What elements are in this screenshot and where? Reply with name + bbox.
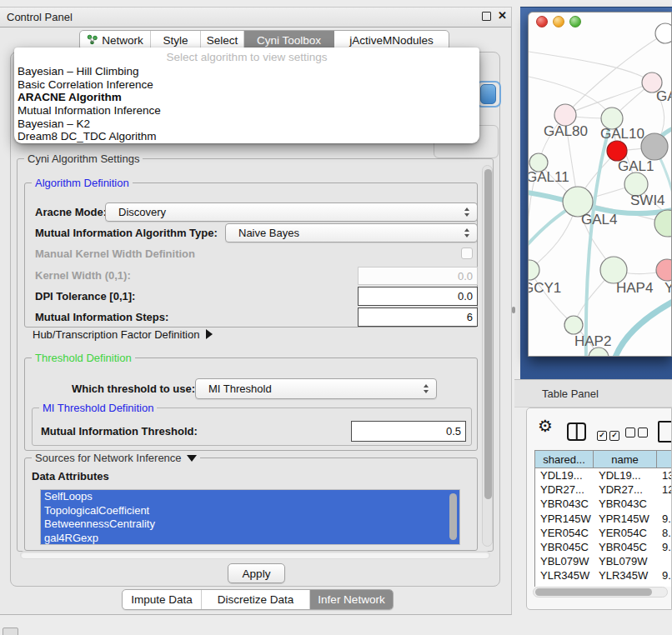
tab-label: Network: [102, 34, 143, 47]
column-header[interactable]: name: [594, 450, 657, 468]
tab-infer-network[interactable]: Infer Network: [310, 590, 393, 609]
close-traffic-light[interactable]: [536, 16, 548, 28]
algorithm-option[interactable]: Bayesian – Hill Climbing: [14, 65, 479, 78]
table-cell: 12: [657, 482, 672, 497]
scrollbar-thumb[interactable]: [535, 588, 652, 596]
algorithm-option[interactable]: Basic Correlation Inference: [14, 78, 479, 92]
minimize-traffic-light[interactable]: [553, 16, 564, 28]
mi-steps-label: Mutual Information Steps:: [35, 311, 168, 324]
columns-icon[interactable]: [567, 422, 586, 441]
table-row[interactable]: YDR27...YDR27...12: [535, 482, 672, 497]
attribute-item[interactable]: TopologicalCoefficient: [41, 504, 459, 518]
apply-button[interactable]: Apply: [228, 563, 285, 583]
tab-discretize-data[interactable]: Discretize Data: [202, 590, 310, 609]
data-attributes-list[interactable]: SelfLoopsTopologicalCoefficientBetweenne…: [40, 489, 460, 545]
control-panel-titlebar[interactable]: Control Panel ✕: [0, 7, 511, 28]
table-row[interactable]: YDL19...YDL19...13: [535, 468, 672, 482]
network-node[interactable]: [656, 259, 672, 281]
table-cell: YDL19...: [535, 468, 594, 482]
combo-arrows-icon: [464, 208, 469, 217]
settings-horizontal-scrollbar[interactable]: [20, 551, 490, 559]
sources-toggle[interactable]: Sources for Network Inference: [32, 452, 200, 464]
table-cell: YPR145W: [535, 512, 594, 526]
list-scrollbar[interactable]: [449, 493, 457, 540]
network-node[interactable]: [641, 133, 668, 160]
network-node-label: SWI4: [630, 192, 665, 208]
mi-threshold-label: Mutual Information Threshold:: [41, 425, 198, 438]
table-cell: YPR145W: [594, 512, 657, 526]
table-body: YDL19...YDL19...13YDR27...YDR27...12YBR0…: [535, 468, 672, 587]
corner-widget[interactable]: [3, 628, 18, 635]
dpi-tolerance-input[interactable]: 0.0: [358, 287, 478, 306]
algorithm-option[interactable]: ARACNE Algorithm: [14, 91, 479, 104]
attribute-item[interactable]: SelfLoops: [41, 490, 459, 504]
mi-steps-input[interactable]: 6: [358, 308, 478, 327]
expand-arrow-icon: [206, 329, 213, 339]
new-table-icon[interactable]: [658, 421, 672, 442]
mi-threshold-input[interactable]: 0.5: [351, 421, 466, 442]
network-node-label: GAL: [656, 88, 672, 104]
network-node[interactable]: [655, 23, 672, 43]
table-cell: 9.: [657, 540, 672, 554]
network-node-label: HAP4: [616, 280, 653, 296]
close-icon[interactable]: ✕: [498, 9, 507, 22]
combo-arrows-icon: [424, 384, 429, 393]
app-screen: Control Panel ✕ Network Style Select Cyn…: [0, 0, 672, 635]
cyni-bottom-tab-bar: Impute Data Discretize Data Infer Networ…: [122, 589, 394, 610]
network-node[interactable]: [564, 316, 583, 334]
column-header[interactable]: [657, 450, 672, 468]
which-threshold-select[interactable]: MI Threshold: [195, 378, 437, 399]
group-title: MI Threshold Definition: [39, 402, 157, 414]
zoom-traffic-light[interactable]: [569, 16, 581, 28]
table-horizontal-scrollbar[interactable]: [533, 587, 668, 598]
table-cell: YDR27...: [535, 482, 594, 497]
scrollbar-thumb[interactable]: [484, 169, 492, 499]
column-header[interactable]: shared...: [535, 450, 594, 468]
sources-group: Sources for Network Inference Data Attri…: [24, 458, 478, 551]
network-view-window[interactable]: GALGAL80GAL10GAL11GAL1SWI4GAL4GCY1HAP4YH…: [528, 12, 672, 357]
table-panel-titlebar[interactable]: Table Panel: [514, 379, 672, 408]
table-cell: YBL079W: [594, 554, 657, 568]
float-window-icon[interactable]: [482, 12, 491, 21]
algorithm-option[interactable]: Dream8 DC_TDC Algorithm: [14, 130, 479, 143]
table-row[interactable]: YBR043CYBR043C: [535, 497, 672, 511]
mi-algorithm-type-select[interactable]: Naive Bayes: [225, 223, 478, 242]
kernel-width-input[interactable]: 0.0: [358, 267, 478, 285]
mi-algorithm-type-label: Mutual Information Algorithm Type:: [35, 227, 218, 240]
manual-kernel-width-label: Manual Kernel Width Definition: [35, 248, 195, 261]
attribute-item[interactable]: BetweennessCentrality: [41, 518, 459, 532]
table-cell: YBR043C: [594, 497, 657, 511]
gear-icon[interactable]: ⚙: [538, 416, 553, 436]
table-cell: YBR045C: [594, 540, 657, 554]
manual-kernel-width-checkbox[interactable]: [461, 248, 473, 259]
tab-impute-data[interactable]: Impute Data: [123, 590, 202, 609]
settings-vertical-scrollbar[interactable]: [482, 165, 493, 547]
table-cell: YBL079W: [535, 554, 594, 568]
table-row[interactable]: YBL079WYBL079W: [535, 554, 672, 568]
table-row[interactable]: YBR045CYBR045C9.: [535, 540, 672, 554]
table-cell: 9.: [657, 512, 672, 526]
hub-definition-toggle[interactable]: Hub/Transcription Factor Definition: [33, 328, 213, 342]
group-title: Threshold Definition: [32, 352, 135, 364]
algorithm-combo-fragment[interactable]: [476, 81, 501, 108]
aracne-mode-select[interactable]: Discovery: [105, 202, 478, 222]
algorithm-option[interactable]: Mutual Information Inference: [14, 104, 479, 118]
dpi-tolerance-label: DPI Tolerance [0,1]:: [35, 290, 135, 303]
panel-splitter-handle[interactable]: [512, 307, 515, 313]
table-row[interactable]: YPR145WYPR145W9.: [535, 512, 672, 526]
table-cell: YDL19...: [594, 468, 657, 482]
deselect-all-checks-icon[interactable]: [625, 428, 650, 440]
algorithm-option[interactable]: Bayesian – K2: [14, 118, 479, 131]
network-canvas[interactable]: GALGAL80GAL10GAL11GAL1SWI4GAL4GCY1HAP4YH…: [529, 12, 672, 357]
which-threshold-label: Which threshold to use:: [72, 382, 195, 396]
table-cell: [657, 497, 672, 511]
network-node-label: HAP2: [574, 333, 611, 349]
table-row[interactable]: YER054CYER054C8.: [535, 526, 672, 540]
algorithm-placeholder: Select algorithm to view settings: [14, 50, 479, 65]
table-panel-title: Table Panel: [542, 388, 599, 400]
attribute-item[interactable]: gal4RGexp: [41, 532, 459, 546]
table-row[interactable]: YLR345WYLR345W9.: [535, 568, 672, 582]
select-all-checks-icon[interactable]: [597, 428, 622, 441]
network-node-label: GAL1: [618, 158, 654, 174]
table-cell: 8.: [657, 526, 672, 540]
